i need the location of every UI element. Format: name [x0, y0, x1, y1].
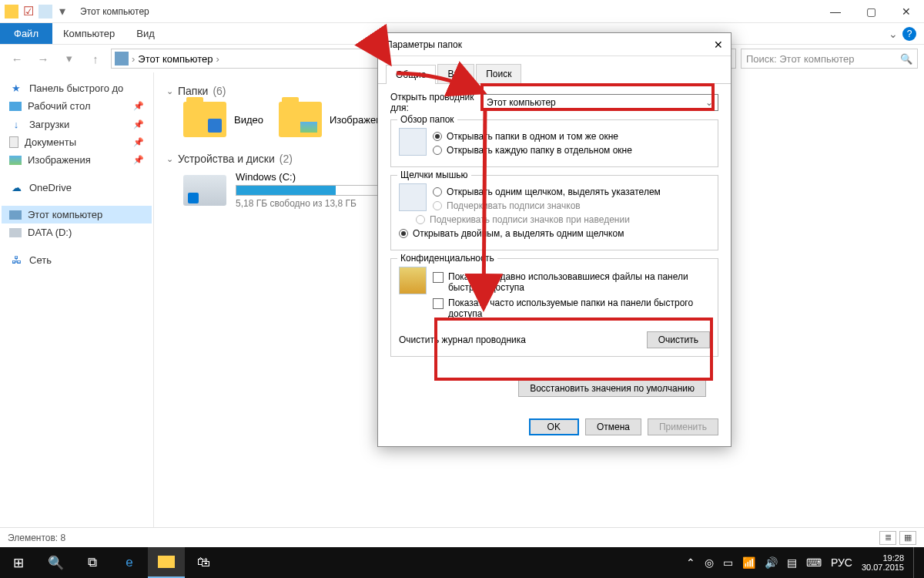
- close-button[interactable]: ✕: [889, 0, 924, 23]
- group-legend: Конфиденциальность: [397, 253, 497, 264]
- breadcrumb-sep: ›: [216, 53, 219, 65]
- breadcrumb-root[interactable]: Этот компьютер: [138, 53, 213, 65]
- sidebar-quick-access[interactable]: ★ Панель быстрого до: [2, 79, 152, 97]
- keyboard-icon[interactable]: ⌨: [806, 556, 822, 569]
- radio-same-window[interactable]: Открывать папки в одном и том же окне: [433, 131, 710, 142]
- cancel-button[interactable]: Отмена: [585, 418, 641, 435]
- start-button[interactable]: ⊞: [0, 547, 37, 578]
- folder-tile-video[interactable]: Видео: [183, 102, 263, 137]
- clear-button[interactable]: Очистить: [647, 331, 710, 348]
- radio-double-click[interactable]: Открывать двойным, а выделять одним щелч…: [399, 228, 710, 239]
- maximize-button[interactable]: ▢: [853, 0, 889, 23]
- back-button[interactable]: ←: [6, 48, 28, 69]
- quick-access-toolbar: ☑ ▾: [0, 5, 74, 18]
- sidebar-label: Загрузки: [29, 119, 69, 130]
- radio-label: Открывать каждую папку в отдельном окне: [447, 145, 632, 156]
- ribbon-view[interactable]: Вид: [126, 23, 166, 44]
- ribbon-computer[interactable]: Компьютер: [52, 23, 126, 44]
- restore-defaults-button[interactable]: Восстановить значения по умолчанию: [518, 380, 706, 397]
- task-view-button[interactable]: ⧉: [74, 547, 111, 578]
- tray-up-icon[interactable]: ⌃: [686, 556, 695, 569]
- dialog-body: Открыть проводник для: Этот компьютер ⌄ …: [378, 84, 731, 411]
- group-browse-folders: Обзор папок Открывать папки в одном и то…: [390, 119, 718, 167]
- volume-icon[interactable]: 🔊: [765, 556, 778, 569]
- sidebar-label: OneDrive: [29, 182, 72, 193]
- dialog-actions: OK Отмена Применить: [378, 411, 731, 446]
- statusbar: Элементов: 8 ≣ ▦: [0, 527, 924, 547]
- pin-icon: 📌: [133, 119, 144, 129]
- forward-button[interactable]: →: [32, 48, 54, 69]
- show-desktop[interactable]: [913, 547, 918, 578]
- group-legend: Щелчки мышью: [397, 170, 471, 180]
- clock[interactable]: 19:28 30.07.2015: [862, 553, 904, 572]
- select-value: Этот компьютер: [487, 97, 556, 108]
- location-icon[interactable]: ◎: [705, 556, 714, 569]
- network-tray-icon[interactable]: 📶: [742, 556, 755, 569]
- radio-single-click[interactable]: Открывать одним щелчком, выделять указат…: [433, 187, 710, 197]
- search-icon: 🔍: [900, 53, 912, 65]
- search-input[interactable]: Поиск: Этот компьютер 🔍: [741, 49, 918, 69]
- search-placeholder: Поиск: Этот компьютер: [746, 53, 854, 65]
- help-icon[interactable]: ?: [902, 27, 916, 41]
- battery-icon[interactable]: ▭: [723, 556, 733, 569]
- action-center-icon[interactable]: ▤: [787, 556, 797, 569]
- sidebar-network[interactable]: 🖧 Сеть: [2, 250, 152, 269]
- radio-label: Открывать папки в одном и том же окне: [447, 131, 618, 142]
- sidebar-label: Панель быстрого до: [29, 82, 123, 94]
- new-folder-icon[interactable]: [38, 5, 52, 18]
- sidebar-documents[interactable]: Документы 📌: [2, 133, 152, 151]
- ribbon-file[interactable]: Файл: [0, 23, 52, 44]
- network-icon: 🖧: [9, 254, 23, 266]
- radio-underline-hover: Подчеркивать подписи значков при наведен…: [416, 214, 710, 225]
- recent-dropdown[interactable]: ▾: [59, 48, 80, 69]
- up-button[interactable]: ↑: [85, 48, 106, 69]
- tab-search[interactable]: Поиск: [476, 64, 521, 83]
- chevron-down-icon: ⌄: [705, 97, 713, 108]
- tab-view[interactable]: Вид: [437, 64, 474, 83]
- minimize-button[interactable]: —: [818, 0, 853, 23]
- documents-icon: [9, 136, 18, 148]
- group-count: (6): [213, 85, 226, 97]
- click-icon: [399, 183, 427, 211]
- check-recent-files[interactable]: Показать недавно использовавшиеся файлы …: [433, 271, 710, 293]
- ribbon-collapse-icon[interactable]: ⌄: [889, 28, 898, 40]
- sidebar-pictures[interactable]: Изображения 📌: [2, 151, 152, 169]
- view-tiles-button[interactable]: ▦: [899, 531, 916, 545]
- sidebar-desktop[interactable]: Рабочий стол 📌: [2, 97, 152, 115]
- radio-separate-window[interactable]: Открывать каждую папку в отдельном окне: [433, 145, 710, 156]
- edge-button[interactable]: e: [111, 547, 148, 578]
- drive-icon: [9, 228, 22, 237]
- check-frequent-folders[interactable]: Показать часто используемые папки на пан…: [433, 297, 710, 319]
- radio-icon: [416, 215, 425, 224]
- window-title: Этот компьютер: [80, 6, 149, 17]
- store-button[interactable]: 🛍: [185, 547, 222, 578]
- group-title: Папки: [178, 85, 208, 97]
- ok-button[interactable]: OK: [529, 418, 579, 435]
- explorer-button[interactable]: [148, 547, 185, 578]
- drive-label: Windows (C:): [236, 171, 397, 183]
- breadcrumb-sep: ›: [132, 53, 135, 65]
- sidebar-data-d[interactable]: DATA (D:): [2, 223, 152, 241]
- sidebar-this-pc[interactable]: Этот компьютер: [2, 206, 152, 223]
- radio-icon: [399, 229, 408, 238]
- system-tray: ⌃ ◎ ▭ 📶 🔊 ▤ ⌨ РУС 19:28 30.07.2015: [680, 547, 924, 578]
- sidebar-downloads[interactable]: ↓ Загрузки 📌: [2, 115, 152, 133]
- ribbon-help: ⌄ ?: [889, 27, 924, 41]
- properties-icon[interactable]: ☑: [22, 5, 35, 18]
- language-indicator[interactable]: РУС: [831, 556, 852, 569]
- drive-usage-bar: [236, 185, 397, 196]
- folder-tile-pictures[interactable]: Изображения: [279, 102, 393, 137]
- dialog-titlebar: Параметры папок ✕: [378, 33, 731, 56]
- qat-dropdown-icon[interactable]: ▾: [55, 5, 69, 18]
- search-button[interactable]: 🔍: [37, 547, 74, 578]
- folder-options-dialog: Параметры папок ✕ Общие Вид Поиск Открыт…: [377, 32, 732, 447]
- apply-button[interactable]: Применить: [648, 418, 718, 435]
- view-details-button[interactable]: ≣: [879, 531, 896, 545]
- radio-label: Открывать одним щелчком, выделять указат…: [447, 187, 661, 197]
- sidebar-onedrive[interactable]: ☁ OneDrive: [2, 178, 152, 197]
- tab-general[interactable]: Общие: [386, 65, 436, 84]
- star-icon: ★: [9, 82, 23, 94]
- radio-label: Подчеркивать подписи значков при наведен…: [430, 214, 630, 225]
- dialog-close-button[interactable]: ✕: [714, 39, 723, 51]
- open-explorer-select[interactable]: Этот компьютер ⌄: [481, 94, 718, 111]
